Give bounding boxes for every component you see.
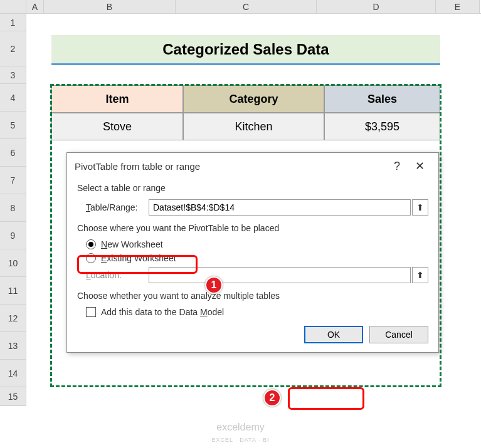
- page-title: Categorized Sales Data: [51, 35, 440, 65]
- col-header-A[interactable]: A: [26, 0, 44, 13]
- col-header-C[interactable]: C: [176, 0, 317, 13]
- col-header-D[interactable]: D: [317, 0, 436, 13]
- table-range-label: Table/Range:: [86, 202, 149, 212]
- checkbox-label: Add this data to the Data Model: [101, 307, 224, 317]
- header-item[interactable]: Item: [51, 85, 183, 113]
- dialog-titlebar[interactable]: PivotTable from table or range ? ✕: [67, 153, 438, 179]
- cell-sales[interactable]: $3,595: [324, 113, 440, 140]
- row-header-2[interactable]: 2: [0, 31, 26, 66]
- cancel-button[interactable]: Cancel: [369, 326, 428, 343]
- cell-item[interactable]: Stove: [51, 113, 183, 140]
- table-row: Stove Kitchen $3,595: [51, 113, 440, 140]
- select-all-corner[interactable]: [0, 0, 26, 13]
- radio-existing-label: Existing Worksheet: [101, 253, 176, 263]
- pivottable-dialog: PivotTable from table or range ? ✕ Selec…: [66, 152, 439, 353]
- row-header-14[interactable]: 14: [0, 360, 26, 387]
- row-header-6[interactable]: 6: [0, 139, 26, 167]
- location-label: Location:: [86, 270, 149, 280]
- callout-badge-2: 2: [263, 389, 281, 407]
- section-select-range: Select a table or range: [77, 183, 428, 193]
- ok-button[interactable]: OK: [304, 326, 363, 343]
- row-header-4[interactable]: 4: [0, 84, 26, 112]
- table-header-row: Item Category Sales: [51, 85, 440, 113]
- row-header-13[interactable]: 13: [0, 332, 26, 360]
- row-header-8[interactable]: 8: [0, 194, 26, 222]
- row-header-7[interactable]: 7: [0, 167, 26, 194]
- col-header-B[interactable]: B: [44, 0, 176, 13]
- row-header-5[interactable]: 5: [0, 112, 26, 139]
- radio-icon: [86, 239, 96, 249]
- watermark-main: exceldemy: [216, 422, 264, 432]
- checkbox-icon: [86, 307, 96, 317]
- header-sales[interactable]: Sales: [324, 85, 440, 113]
- row-header-9[interactable]: 9: [0, 222, 26, 249]
- radio-icon: [86, 253, 96, 263]
- data-table: Item Category Sales Stove Kitchen $3,595: [51, 85, 440, 140]
- table-range-input[interactable]: [149, 199, 411, 216]
- radio-new-worksheet[interactable]: New Worksheet: [86, 239, 428, 249]
- row-header-column: 1 2 3 4 5 6 7 8 9 10 11 12 13 14 15: [0, 14, 26, 406]
- radio-existing-worksheet[interactable]: Existing Worksheet: [86, 253, 428, 263]
- cell-category[interactable]: Kitchen: [183, 113, 324, 140]
- row-header-15[interactable]: 15: [0, 387, 26, 406]
- help-button[interactable]: ?: [386, 160, 408, 173]
- row-header-3[interactable]: 3: [0, 66, 26, 84]
- row-header-10[interactable]: 10: [0, 249, 26, 277]
- row-header-11[interactable]: 11: [0, 277, 26, 305]
- section-placement: Choose where you want the PivotTable to …: [77, 223, 428, 233]
- location-input[interactable]: [149, 267, 411, 283]
- range-picker-icon[interactable]: ⬆: [412, 199, 428, 216]
- close-button[interactable]: ✕: [408, 159, 431, 173]
- checkbox-data-model[interactable]: Add this data to the Data Model: [86, 307, 428, 317]
- header-category[interactable]: Category: [183, 85, 324, 113]
- watermark-sub: EXCEL · DATA · BI: [212, 437, 270, 443]
- watermark: exceldemy EXCEL · DATA · BI: [0, 422, 481, 444]
- row-header-12[interactable]: 12: [0, 305, 26, 332]
- col-header-E[interactable]: E: [436, 0, 480, 13]
- column-header-row: A B C D E: [0, 0, 481, 14]
- dialog-title: PivotTable from table or range: [75, 161, 386, 172]
- location-picker-icon[interactable]: ⬆: [412, 267, 428, 283]
- callout-badge-1: 1: [205, 276, 223, 294]
- section-multiple-tables: Choose whether you want to analyze multi…: [77, 291, 428, 301]
- row-header-1[interactable]: 1: [0, 14, 26, 31]
- radio-new-label: New Worksheet: [101, 239, 163, 249]
